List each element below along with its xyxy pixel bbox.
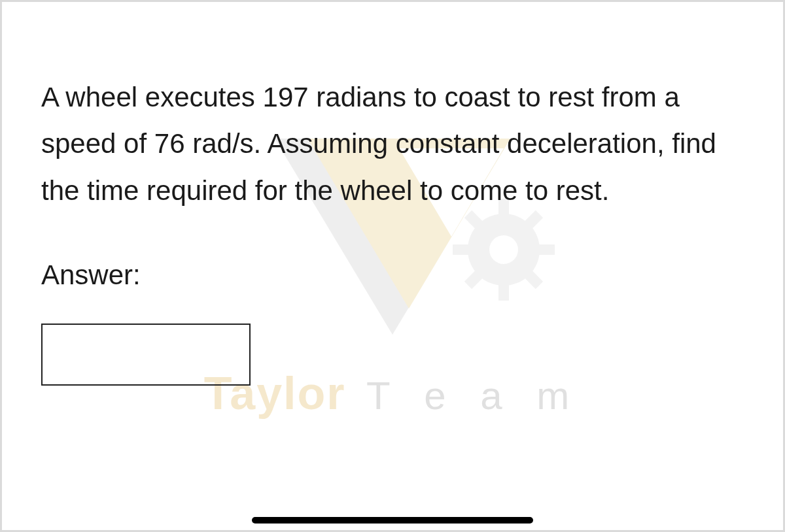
answer-label: Answer: — [41, 259, 744, 291]
answer-input[interactable] — [41, 324, 251, 386]
question-text: A wheel executes 197 radians to coast to… — [41, 74, 744, 214]
question-card: Taylor T e a m A wheel executes 197 radi… — [0, 0, 785, 532]
svg-rect-7 — [453, 244, 468, 255]
watermark-sub: T e a m — [366, 374, 581, 418]
svg-rect-8 — [539, 244, 555, 255]
bottom-handle — [252, 517, 533, 524]
